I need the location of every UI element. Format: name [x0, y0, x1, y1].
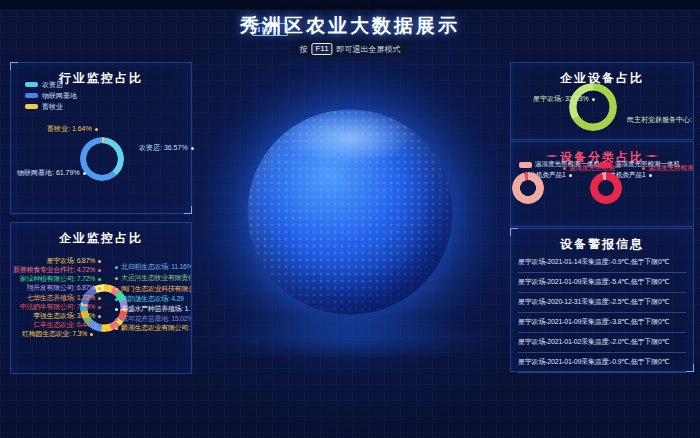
chart-label: 陶门生态农业科技有限公	[115, 284, 192, 294]
device-class-pointer-right: 温湿度光照检测一	[642, 164, 694, 173]
chart-label: 丰盛水产种苗养殖场: 1.	[115, 304, 190, 314]
legend-label: 物联网基地	[42, 91, 77, 101]
legend-item[interactable]: 畜牧业	[25, 102, 77, 111]
fullscreen-hint-prefix: 按	[299, 44, 307, 55]
legend-label: 农资店	[42, 80, 63, 90]
legend-item[interactable]: 农资店	[25, 80, 77, 89]
device-class-donut-right[interactable]	[590, 172, 622, 204]
top-bar	[0, 0, 700, 11]
legend-swatch	[25, 104, 38, 109]
legend-label: 畜牧业	[42, 102, 63, 112]
alarm-row: 星宇农场-2020-12-31采集温度:-2.5℃,低于下限0℃	[518, 293, 686, 313]
panel-title: 设备警报信息	[511, 236, 693, 253]
legend-swatch	[599, 162, 612, 168]
industry-legend: 农资店 物联网基地 畜牧业	[25, 80, 77, 113]
chart-label: 星宇农场: 33.33%	[533, 94, 595, 104]
equipment-donut-chart[interactable]	[569, 83, 617, 131]
panel-device-alarms: 设备警报信息 星宇农场-2021-01-14采集温度:-0.9℃,低于下限0℃ …	[510, 228, 694, 372]
chart-label: 民主村党群服务中心:	[627, 115, 694, 125]
page-title: 秀洲区农业大数据展示	[0, 13, 700, 39]
f11-key-badge: F11	[311, 43, 332, 55]
legend-item[interactable]: 物联网基地	[25, 91, 77, 100]
panel-enterprise-equipment: 企业设备占比 星宇农场: 33.33% 民主村党群服务中心:	[510, 62, 694, 140]
legend-swatch	[519, 162, 532, 168]
globe-ground-glow	[195, 315, 505, 361]
panel-title: 企业监控占比	[11, 230, 191, 247]
fullscreen-hint: 按 F11 即可退出全屏模式	[292, 41, 407, 57]
chart-label: 鸭鹊荡生态农场: 4.29	[115, 294, 184, 304]
panel-device-classification: 设备分类占比 温湿度光照检测一体机 一体机类产品1 温湿度光照检测一 温湿度光照…	[510, 141, 694, 227]
alarm-row: 星宇农场-2021-01-09采集温度:-3.8℃,低于下限0℃	[518, 313, 686, 333]
alarm-row: 星宇农场-2021-01-14采集温度:-0.9℃,低于下限0℃	[518, 253, 686, 273]
alarm-row: 星宇农场-2021-01-09采集温度:-0.9℃,低于下限0℃	[518, 353, 686, 373]
alarm-row: 星宇农场-2021-01-02采集温度:-2.0℃,低于下限0℃	[518, 333, 686, 353]
chart-label: 翔升发有限公司: 6.87%	[26, 283, 101, 293]
chart-label: 北归稻生态农场: 11.16%	[115, 262, 192, 272]
chart-label: 红梅园生态农业: 7.3%	[22, 329, 93, 339]
panel-enterprise-monitoring: 企业监控占比 星宇农场: 6.87% 新塍粮食专业合作社: 4.72% 家绿种植…	[10, 222, 192, 374]
chart-label: 农资店: 36.57%	[139, 143, 194, 153]
chart-label: 麟湖生态农业有限公司: 6.87%	[115, 323, 192, 333]
chart-label: 物联网基地: 61.79%	[17, 168, 86, 178]
device-class-donut-left[interactable]	[512, 172, 544, 204]
dashboard: 秀洲区农业大数据展示 按 F11 即可退出全屏模式 行业监控占比 农资店 物联网…	[0, 0, 700, 438]
alarm-list: 星宇农场-2021-01-14采集温度:-0.9℃,低于下限0℃ 星宇农场-20…	[518, 253, 686, 373]
panel-industry-monitoring: 行业监控占比 农资店 物联网基地 畜牧业	[10, 62, 192, 214]
chart-label: 畜牧业: 1.64%	[47, 124, 98, 134]
globe	[248, 110, 453, 315]
legend-swatch	[25, 82, 38, 87]
industry-donut-chart[interactable]	[80, 137, 124, 181]
legend-swatch	[25, 93, 38, 98]
chart-label: 大运河生态牧业有限责任公	[115, 273, 192, 283]
alarm-row: 星宇农场-2021-01-09采集温度:-5.4℃,低于下限0℃	[518, 273, 686, 293]
fullscreen-hint-suffix: 即可退出全屏模式	[337, 44, 401, 55]
